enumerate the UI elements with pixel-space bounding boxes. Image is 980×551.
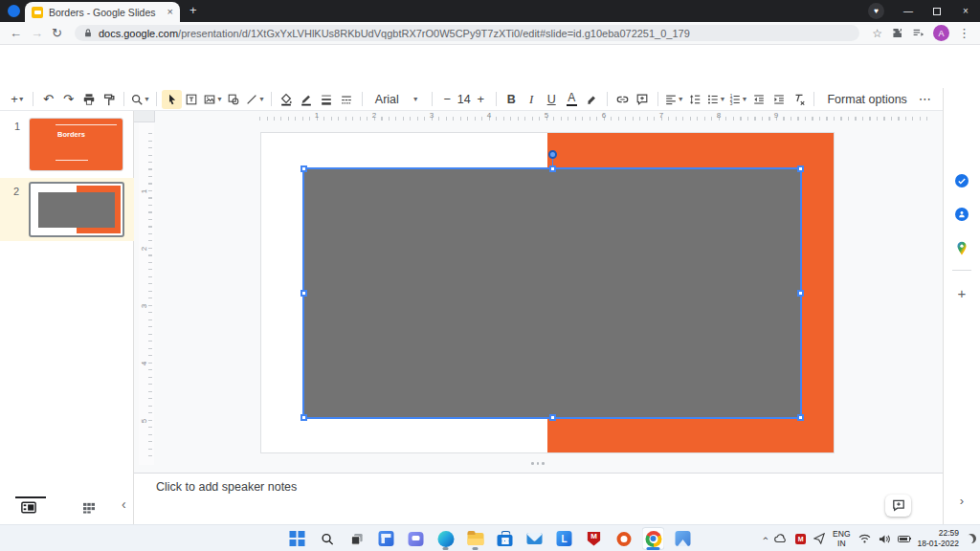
window-close-button[interactable]: × xyxy=(951,0,980,22)
resize-handle-bottom-right[interactable] xyxy=(797,414,804,421)
widgets-button[interactable] xyxy=(375,527,398,550)
browser-profile-avatar[interactable]: A xyxy=(933,25,949,41)
speaker-notes-placeholder[interactable]: Click to add speaker notes xyxy=(156,480,297,494)
mail-button[interactable] xyxy=(523,527,546,550)
redo-button[interactable]: ↷ xyxy=(58,90,78,109)
format-options-button[interactable]: Format options xyxy=(819,93,914,106)
resize-handle-middle-right[interactable] xyxy=(797,290,804,297)
chat-button[interactable] xyxy=(405,527,428,550)
mcafee-button[interactable]: M xyxy=(583,527,606,550)
forward-button[interactable]: → xyxy=(31,27,43,39)
tasks-icon[interactable] xyxy=(955,174,969,187)
focus-assist-icon[interactable] xyxy=(967,534,976,543)
insert-link-button[interactable] xyxy=(612,90,633,109)
new-tab-button[interactable]: + xyxy=(189,4,197,16)
filmstrip-view-button[interactable] xyxy=(21,501,36,514)
font-family-select[interactable]: Arial▼ xyxy=(368,90,427,109)
mcafee-tray-icon[interactable]: M xyxy=(795,534,806,544)
edge-button[interactable] xyxy=(434,527,457,550)
clear-formatting-button[interactable] xyxy=(789,90,809,109)
media-control-icon[interactable]: ♥ xyxy=(868,3,884,19)
reload-button[interactable]: ↻ xyxy=(52,27,62,39)
onedrive-icon[interactable] xyxy=(774,534,788,543)
filmstrip-collapse-button[interactable]: ‹ xyxy=(122,496,126,512)
resize-handle-top-middle[interactable] xyxy=(549,165,556,172)
insert-comment-button[interactable] xyxy=(633,90,653,109)
resize-handle-top-right[interactable] xyxy=(797,165,804,172)
resize-handle-bottom-middle[interactable] xyxy=(549,414,556,421)
start-button[interactable] xyxy=(286,527,309,550)
contacts-icon[interactable] xyxy=(955,208,969,221)
undo-button[interactable]: ↶ xyxy=(38,90,58,109)
resize-handle-top-left[interactable] xyxy=(301,165,307,172)
maps-icon[interactable] xyxy=(957,241,968,255)
insert-shape-button[interactable] xyxy=(224,90,244,109)
new-slide-button[interactable]: +▼ xyxy=(8,90,28,109)
print-button[interactable] xyxy=(78,90,99,109)
file-explorer-button[interactable] xyxy=(464,527,487,550)
increase-font-size-button[interactable]: + xyxy=(471,90,491,109)
quick-share-icon[interactable] xyxy=(813,533,825,544)
border-dash-button[interactable] xyxy=(337,90,357,109)
numbered-list-button[interactable]: 123▼ xyxy=(727,90,749,109)
underline-button[interactable]: U xyxy=(542,90,562,109)
add-addon-button[interactable]: + xyxy=(958,285,967,301)
decrease-indent-button[interactable] xyxy=(748,90,768,109)
notes-resize-handle[interactable] xyxy=(531,462,545,465)
battery-icon[interactable] xyxy=(898,536,910,542)
side-panel-expand-button[interactable]: › xyxy=(960,494,964,508)
add-comment-fab[interactable] xyxy=(885,495,911,517)
paint-format-button[interactable] xyxy=(99,90,119,109)
extensions-puzzle-icon[interactable] xyxy=(891,27,903,39)
slide-thumbnail-1[interactable]: Borders xyxy=(29,118,123,171)
highlight-color-button[interactable] xyxy=(582,90,602,109)
window-minimize-button[interactable]: — xyxy=(894,0,923,22)
slide-canvas-area[interactable]: 1 2 3 4 5 6 7 8 9 1 2 3 4 5 xyxy=(134,111,943,473)
photos-button[interactable] xyxy=(672,527,695,550)
office-button[interactable] xyxy=(612,527,635,550)
insert-image-button[interactable]: ▼ xyxy=(202,90,224,109)
window-maximize-button[interactable] xyxy=(923,0,951,22)
rotation-handle[interactable] xyxy=(548,150,557,159)
slide-editing-canvas[interactable] xyxy=(261,133,834,452)
fill-color-button[interactable] xyxy=(277,90,297,109)
chrome-button-active[interactable] xyxy=(642,527,665,550)
zoom-button[interactable]: ▼ xyxy=(129,90,151,109)
side-panel-icon[interactable] xyxy=(912,27,924,39)
gray-rectangle-shape-selected[interactable] xyxy=(302,167,802,419)
l-app-button[interactable]: L xyxy=(553,527,576,550)
bold-button[interactable]: B xyxy=(501,90,522,109)
browser-tab[interactable]: Borders - Google Slides × xyxy=(25,2,180,22)
slide-thumbnail-2-selected[interactable] xyxy=(29,182,124,237)
border-weight-button[interactable] xyxy=(317,90,337,109)
line-spacing-button[interactable] xyxy=(685,90,705,109)
bulleted-list-button[interactable]: ▼ xyxy=(705,90,727,109)
tab-close-icon[interactable]: × xyxy=(167,7,173,17)
insert-line-button[interactable]: ▼ xyxy=(244,90,266,109)
border-color-button[interactable] xyxy=(297,90,317,109)
volume-icon[interactable] xyxy=(879,534,890,544)
wifi-icon[interactable] xyxy=(858,534,871,543)
store-button[interactable] xyxy=(494,527,517,550)
url-omnibox[interactable]: docs.google.com/presentation/d/1XtGxYxLV… xyxy=(75,25,859,41)
browser-menu-icon[interactable]: ⋮ xyxy=(958,27,970,39)
text-color-button[interactable]: A xyxy=(562,90,582,109)
back-button[interactable]: ← xyxy=(10,27,22,39)
text-box-button[interactable] xyxy=(182,90,202,109)
font-size-input[interactable]: 14 xyxy=(457,93,471,106)
task-view-button[interactable] xyxy=(345,527,368,550)
bookmark-star-icon[interactable]: ☆ xyxy=(872,28,882,39)
toolbar-more-button[interactable]: ⋯ xyxy=(915,90,935,109)
clock[interactable]: 22:5918-01-2022 xyxy=(918,528,959,548)
increase-indent-button[interactable] xyxy=(768,90,789,109)
grid-view-button[interactable] xyxy=(82,502,96,514)
resize-handle-middle-left[interactable] xyxy=(301,290,307,297)
italic-button[interactable]: I xyxy=(522,90,542,109)
search-button[interactable] xyxy=(316,527,339,550)
select-tool-button[interactable] xyxy=(162,90,182,109)
decrease-font-size-button[interactable]: − xyxy=(437,90,457,109)
align-button[interactable]: ▼ xyxy=(663,90,685,109)
resize-handle-bottom-left[interactable] xyxy=(301,414,307,421)
language-indicator[interactable]: ENGIN xyxy=(833,529,850,548)
hidden-icons-button[interactable]: › xyxy=(759,537,770,540)
